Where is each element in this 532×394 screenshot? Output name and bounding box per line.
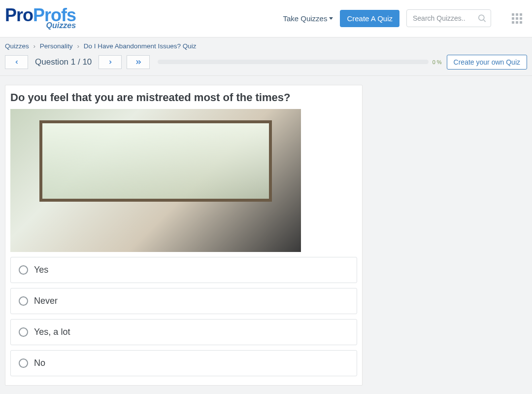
site-header: ProProfs Quizzes Take Quizzes Create A Q…: [0, 0, 532, 37]
chevron-right-icon: [107, 59, 113, 66]
answer-option[interactable]: No: [10, 350, 357, 376]
answer-option[interactable]: Yes, a lot: [10, 319, 357, 345]
breadcrumb-link[interactable]: Personality: [40, 42, 73, 50]
answer-option[interactable]: Never: [10, 288, 357, 314]
answer-label: Yes, a lot: [34, 327, 70, 337]
breadcrumb-link[interactable]: Do I Have Abandonment Issues? Quiz: [84, 42, 197, 50]
breadcrumb-link[interactable]: Quizzes: [5, 42, 29, 50]
search-wrapper: [406, 9, 491, 27]
answer-label: No: [34, 358, 45, 368]
breadcrumb-separator: ›: [33, 42, 36, 50]
answer-label: Never: [34, 296, 58, 306]
radio-icon: [19, 296, 28, 306]
question-title: Do you feel that you are mistreated most…: [10, 91, 357, 104]
question-image: [10, 109, 301, 252]
next-question-button[interactable]: [99, 55, 122, 69]
caret-down-icon: [329, 17, 333, 20]
svg-point-0: [479, 15, 484, 21]
apps-grid-icon[interactable]: [512, 13, 522, 24]
progress-bar: [158, 60, 428, 64]
progress-percent: 0 %: [432, 59, 442, 65]
progress-wrapper: 0 %: [158, 59, 441, 65]
question-counter: Question 1 / 10: [35, 57, 92, 67]
logo-subtext: Quizzes: [46, 22, 76, 29]
skip-end-button[interactable]: [127, 55, 150, 69]
breadcrumb-separator: ›: [77, 42, 79, 50]
create-own-quiz-button[interactable]: Create your own Quiz: [447, 55, 527, 70]
prev-question-button[interactable]: [5, 55, 28, 69]
chevron-double-right-icon: [134, 59, 143, 66]
create-quiz-button[interactable]: Create A Quiz: [340, 10, 399, 27]
chevron-left-icon: [14, 59, 20, 66]
radio-icon: [19, 327, 28, 337]
quiz-toolbar: Question 1 / 10 0 % Create your own Quiz: [0, 54, 532, 76]
question-card: Do you feel that you are mistreated most…: [5, 85, 363, 386]
radio-icon: [19, 265, 28, 275]
header-actions: Take Quizzes Create A Quiz: [283, 9, 527, 27]
svg-line-1: [484, 20, 486, 22]
take-quizzes-link[interactable]: Take Quizzes: [283, 14, 333, 23]
answer-label: Yes: [34, 265, 48, 275]
search-icon[interactable]: [477, 14, 487, 23]
breadcrumb: Quizzes › Personality › Do I Have Abando…: [0, 37, 532, 54]
radio-icon: [19, 358, 28, 368]
take-quizzes-label: Take Quizzes: [283, 14, 327, 23]
logo[interactable]: ProProfs Quizzes: [5, 7, 76, 30]
answer-option[interactable]: Yes: [10, 257, 357, 283]
